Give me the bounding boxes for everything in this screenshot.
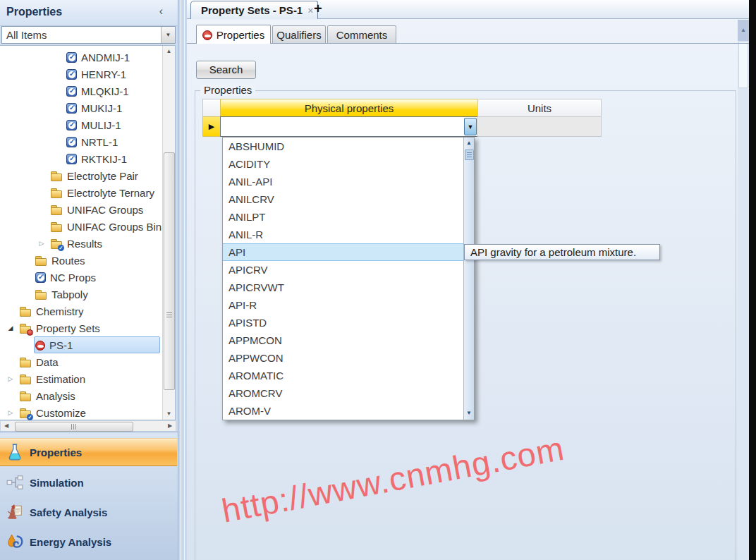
search-button[interactable]: Search: [196, 61, 256, 79]
tree-item-label: Electrolyte Pair: [67, 170, 138, 182]
scroll-up-icon[interactable]: ▲: [464, 138, 474, 149]
expander-icon: [52, 120, 62, 130]
tree-item-andmij-1[interactable]: ANDMIJ-1: [0, 49, 162, 66]
tree-item-analysis[interactable]: Analysis: [0, 387, 162, 404]
chevron-down-icon[interactable]: ▼: [161, 27, 175, 43]
tree-item-routes[interactable]: Routes: [0, 252, 162, 269]
scroll-up-icon[interactable]: ▲: [163, 46, 175, 57]
expander-icon[interactable]: [6, 374, 16, 384]
folder-check-icon: ✓: [51, 238, 63, 250]
scroll-right-icon[interactable]: ▶: [164, 421, 176, 431]
tree-item-mukij-1[interactable]: MUKIJ-1: [0, 99, 162, 116]
scroll-down-icon[interactable]: ▼: [464, 408, 474, 419]
expander-icon: [21, 289, 31, 299]
tab-underline: [187, 43, 749, 44]
tree-horizontal-scrollbar[interactable]: ◀ ▶: [0, 420, 176, 432]
tree-item-label: Results: [67, 238, 102, 250]
column-header-physical-properties[interactable]: Physical properties: [220, 99, 478, 117]
tab-comments[interactable]: Comments: [327, 25, 396, 44]
dropdown-item-acidity[interactable]: ACIDITY: [223, 155, 474, 173]
tree-vertical-scrollbar[interactable]: ▲ ▼: [162, 46, 175, 420]
dropdown-scrollbar[interactable]: ▲ ▼: [463, 138, 474, 420]
tree-item-estimation[interactable]: Estimation: [0, 370, 162, 387]
dropdown-item-aromatic[interactable]: AROMATIC: [223, 367, 474, 384]
tree-item-unifac-groups[interactable]: UNIFAC Groups: [0, 201, 162, 218]
tree-item-data[interactable]: Data: [0, 353, 162, 370]
screen-right-edge: [749, 0, 756, 560]
tree-item-chemistry[interactable]: Chemistry: [0, 303, 162, 319]
current-row-marker-icon: ▶: [202, 116, 221, 137]
dropdown-item-api-r[interactable]: API-R: [223, 296, 474, 314]
scroll-left-icon[interactable]: ◀: [1, 421, 12, 431]
check-icon: [66, 137, 77, 147]
tree-item-tabpoly[interactable]: Tabpoly: [0, 286, 162, 303]
close-icon[interactable]: ×: [307, 5, 313, 16]
tree-filter-combobox[interactable]: All Items ▼: [1, 26, 176, 44]
nav-item-energy-analysis[interactable]: Energy Analysis: [0, 528, 177, 555]
tree-item-property-sets[interactable]: Property Sets: [0, 319, 162, 336]
nav-item-safety-analysis[interactable]: Safety Analysis: [0, 499, 177, 525]
tree-item-electrolyte-ternary[interactable]: Electrolyte Ternary: [0, 184, 162, 201]
scrollbar-thumb[interactable]: [465, 150, 474, 160]
tree-item-nrtl-1[interactable]: NRTL-1: [0, 133, 162, 150]
expander-icon[interactable]: [6, 323, 16, 333]
scrollbar-thumb[interactable]: [164, 152, 175, 390]
document-tab-property-sets[interactable]: Property Sets - PS-1 ×: [190, 1, 318, 19]
check-badge-icon: ✓: [27, 414, 33, 420]
tree-item-label: PS-1: [49, 339, 73, 351]
dropdown-item-anil-r[interactable]: ANIL-R: [223, 226, 474, 243]
dropdown-item-api[interactable]: API: [223, 243, 474, 261]
dropdown-item-abshumid[interactable]: ABSHUMID: [223, 138, 474, 155]
tree-item-electrolyte-pair[interactable]: Electrolyte Pair: [0, 167, 162, 184]
tree-item-nc-props[interactable]: NC Props: [0, 269, 162, 286]
nav-item-simulation[interactable]: Simulation: [0, 469, 177, 496]
tree-item-mulij-1[interactable]: MULIJ-1: [0, 116, 162, 133]
tree-item-ps-1[interactable]: PS-1: [0, 336, 162, 353]
dropdown-item-apicrv[interactable]: APICRV: [223, 261, 474, 279]
expander-icon[interactable]: [6, 408, 16, 418]
nav-label: Properties: [30, 446, 82, 458]
dropdown-items: ABSHUMIDACIDITYANIL-APIANILCRVANILPTANIL…: [223, 138, 474, 420]
scrollbar-thumb[interactable]: [15, 422, 133, 432]
form-vertical-scrollbar[interactable]: ▲: [738, 20, 749, 560]
chevron-down-icon[interactable]: ▼: [464, 118, 477, 135]
panel-splitter[interactable]: [178, 0, 187, 560]
dropdown-item-anilcrv[interactable]: ANILCRV: [223, 190, 474, 208]
dropdown-item-apistd[interactable]: APISTD: [223, 314, 474, 331]
dropdown-item-anilpt[interactable]: ANILPT: [223, 208, 474, 226]
dropdown-item-aromcrv[interactable]: AROMCRV: [223, 384, 474, 402]
dropdown-item-anil-api[interactable]: ANIL-API: [223, 173, 474, 190]
tree-item-unifac-groups-bina[interactable]: UNIFAC Groups Bina: [0, 218, 162, 235]
dropdown-item-apicrvwt[interactable]: APICRVWT: [223, 279, 474, 296]
dropdown-item-appwcon[interactable]: APPWCON: [223, 349, 474, 367]
expander-icon[interactable]: [37, 238, 47, 248]
physical-property-combobox[interactable]: ▼: [220, 116, 478, 137]
scroll-up-icon[interactable]: ▲: [738, 20, 749, 41]
tree-item-label: HENRY-1: [81, 68, 126, 80]
tab-qualifiers[interactable]: Qualifiers: [272, 25, 326, 44]
tree-item-mlqkij-1[interactable]: MLQKIJ-1: [0, 83, 162, 99]
tab-properties[interactable]: Properties: [196, 25, 271, 44]
scrollbar-thumb[interactable]: [738, 42, 748, 88]
tree-item-henry-1[interactable]: HENRY-1: [0, 66, 162, 83]
scroll-down-icon[interactable]: ▼: [163, 408, 175, 420]
tree-item-customize[interactable]: ✓ Customize: [0, 404, 162, 421]
folder-red-icon: [20, 323, 32, 334]
collapse-panel-icon[interactable]: ‹: [159, 5, 163, 18]
folder-icon: [51, 188, 63, 199]
folder-icon: [51, 221, 63, 233]
expander-icon: [21, 340, 31, 350]
dropdown-item-arom-v[interactable]: AROM-V: [223, 402, 474, 420]
tree-item-rktkij-1[interactable]: RKTKIJ-1: [0, 150, 162, 167]
document-tabbar: Property Sets - PS-1 × +: [187, 0, 749, 19]
new-tab-icon[interactable]: +: [314, 1, 322, 17]
nav-label: Simulation: [30, 477, 84, 489]
expander-icon: [37, 188, 47, 197]
tree-item-label: MUKIJ-1: [81, 102, 122, 114]
check-icon: [66, 120, 77, 130]
units-cell[interactable]: [477, 116, 602, 137]
column-header-units[interactable]: Units: [477, 99, 602, 117]
tree-item-results[interactable]: ✓ Results: [0, 235, 162, 252]
dropdown-item-appmcon[interactable]: APPMCON: [223, 331, 474, 349]
nav-item-properties[interactable]: Properties: [0, 438, 177, 466]
